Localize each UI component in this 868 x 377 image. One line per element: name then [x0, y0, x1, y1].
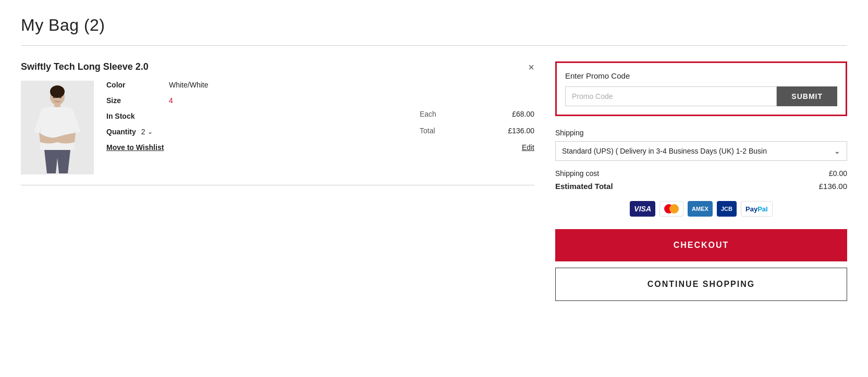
estimated-total-value: £136.00	[819, 182, 847, 191]
cart-item-name: Swiftly Tech Long Sleeve 2.0	[21, 61, 149, 72]
item-pricing: Each £68.00 Total £136.00 Edit	[226, 81, 534, 152]
mastercard-icon	[659, 201, 683, 217]
header-divider	[21, 45, 847, 46]
promo-input-row: SUBMIT	[565, 86, 837, 106]
cart-item-details: Color White/White Size 4 In Stock Quanti…	[106, 81, 534, 152]
cart-section: Swiftly Tech Long Sleeve 2.0 ×	[21, 61, 534, 301]
svg-point-2	[50, 85, 65, 98]
checkout-button[interactable]: CHECKOUT	[555, 229, 847, 261]
quantity-row: Quantity 2 ⌄	[106, 128, 211, 136]
color-value: White/White	[169, 81, 208, 89]
promo-code-input[interactable]	[565, 86, 777, 106]
svg-point-4	[53, 95, 55, 98]
svg-point-5	[59, 95, 62, 98]
continue-shopping-button[interactable]: CONTINUE SHOPPING	[555, 268, 847, 301]
total-price: £136.00	[508, 127, 534, 135]
shipping-cost-row: Shipping cost £0.00	[555, 169, 847, 178]
quantity-label: Quantity	[106, 128, 136, 136]
cart-item-body: Color White/White Size 4 In Stock Quanti…	[21, 81, 534, 174]
shipping-option-text: Standard (UPS) ( Delivery in 3-4 Busines…	[562, 147, 767, 155]
shipping-option-selector[interactable]: Standard (UPS) ( Delivery in 3-4 Busines…	[555, 141, 847, 161]
each-price-row: Each £68.00	[420, 110, 534, 118]
edit-item-button[interactable]: Edit	[522, 143, 534, 152]
size-label: Size	[106, 96, 148, 105]
color-label: Color	[106, 81, 148, 89]
paypal-icon: PayPal	[741, 201, 773, 217]
promo-title: Enter Promo Code	[565, 71, 837, 80]
each-label: Each	[420, 110, 436, 118]
item-divider	[21, 185, 534, 185]
estimated-total-row: Estimated Total £136.00	[555, 182, 847, 191]
shipping-cost-value: £0.00	[829, 169, 847, 178]
move-to-wishlist-button[interactable]: Move to Wishlist	[106, 143, 164, 152]
total-price-row: Total £136.00	[420, 127, 534, 135]
shipping-cost-label: Shipping cost	[555, 169, 599, 178]
each-price: £68.00	[512, 110, 534, 118]
remove-item-button[interactable]: ×	[528, 62, 534, 72]
shipping-chevron-icon: ⌄	[834, 147, 840, 155]
promo-code-section: Enter Promo Code SUBMIT	[555, 61, 847, 116]
page-title: My Bag (2)	[21, 16, 847, 35]
visa-icon: VISA	[630, 201, 655, 217]
promo-submit-button[interactable]: SUBMIT	[777, 86, 837, 106]
shipping-label: Shipping	[555, 129, 847, 137]
right-panel: Enter Promo Code SUBMIT Shipping Standar…	[555, 61, 847, 301]
product-image	[21, 81, 94, 174]
cart-item-header: Swiftly Tech Long Sleeve 2.0 ×	[21, 61, 534, 72]
estimated-total-label: Estimated Total	[555, 182, 613, 191]
quantity-value: 2	[141, 128, 145, 136]
stock-status: In Stock	[106, 112, 211, 120]
cart-item-card: Swiftly Tech Long Sleeve 2.0 ×	[21, 61, 534, 185]
quantity-dropdown[interactable]: 2 ⌄	[141, 128, 153, 136]
total-label: Total	[420, 127, 435, 135]
chevron-down-icon: ⌄	[148, 128, 153, 135]
payment-icons: VISA AMEX JCB PayPal	[555, 201, 847, 217]
color-row: Color White/White	[106, 81, 211, 89]
jcb-icon: JCB	[717, 201, 737, 217]
shipping-section: Shipping Standard (UPS) ( Delivery in 3-…	[555, 129, 847, 161]
amex-icon: AMEX	[688, 201, 713, 217]
size-row: Size 4	[106, 96, 211, 105]
cart-item-attributes: Color White/White Size 4 In Stock Quanti…	[106, 81, 211, 152]
size-value: 4	[169, 96, 173, 105]
